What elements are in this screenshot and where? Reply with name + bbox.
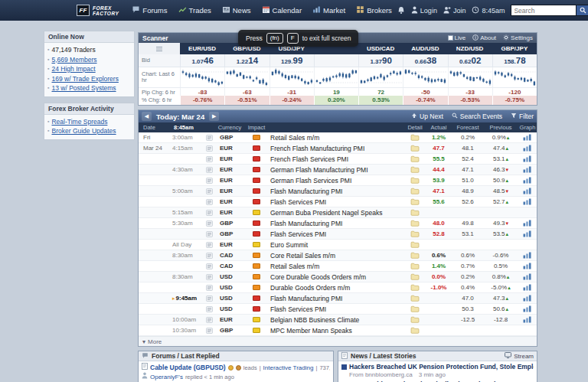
calendar-event-row[interactable]: EURFlash Services PMI55.652.652.7▴ [139,197,537,207]
event-expand-icon[interactable] [203,231,215,237]
calendar-event-row[interactable]: Mar 244:15amEURFrench Flash Manufacturin… [139,143,537,154]
calendar-event-row[interactable]: USDDurable Goods Orders m/m-1.0%0.4%-5.0… [139,282,537,293]
event-expand-icon[interactable] [203,220,215,227]
event-name[interactable]: Flash Manufacturing PMI [269,220,405,227]
sidebar-item-high-impact[interactable]: ▪24 High Impact [47,64,131,74]
column-header-current-time[interactable]: 8:45am [169,124,203,131]
event-expand-icon[interactable] [203,135,215,141]
mini-candle-chart[interactable] [270,67,314,87]
event-name[interactable]: Durable Goods Orders m/m [269,284,405,292]
sidebar-item-trade-explorers[interactable]: ▪169 w/ Trade Explorers [47,74,131,84]
event-expand-icon[interactable] [203,178,215,184]
calendar-event-row[interactable]: All DayEUREuro Summit [139,240,537,250]
event-graph-icon[interactable] [518,166,537,173]
event-expand-icon[interactable] [203,210,215,216]
calendar-event-row[interactable]: 5:00amEURFlash Manufacturing PMI47.148.9… [139,186,537,197]
event-detail-folder-icon[interactable] [405,145,425,152]
event-graph-icon[interactable] [518,284,537,291]
event-graph-icon[interactable] [518,295,537,302]
mini-candle-chart[interactable] [180,67,224,87]
thread-forum-link[interactable]: Interactive Trading [263,364,314,372]
calendar-event-row[interactable]: 8:30amCADCore Retail Sales m/m0.6%0.6%-0… [139,250,537,261]
event-detail-folder-icon[interactable] [405,155,425,162]
live-toggle[interactable]: Live [448,34,466,41]
event-expand-icon[interactable] [203,328,215,334]
event-graph-icon[interactable] [518,145,537,152]
sidebar-item-broker-guide-updates[interactable]: ▪Broker Guide Updates [47,126,131,136]
event-name[interactable]: Core Durable Goods Orders m/m [269,273,405,281]
event-name[interactable]: Euro Summit [269,241,405,249]
calendar-event-row[interactable]: 10:00amEURBelgian NBB Business Climate-1… [139,315,537,325]
event-name[interactable]: French Flash Manufacturing PMI [269,145,405,152]
reply-user-link[interactable]: OperaniyF's [150,373,183,381]
calendar-event-row[interactable]: GBPFlash Services PMI52.853.153.5▴ [139,229,537,240]
scanner-pair-name[interactable]: NZD/USD [448,43,492,54]
sidebar-item-members[interactable]: ▪5,669 Members [47,55,131,65]
event-name[interactable]: Retail Sales m/m [269,263,405,270]
event-detail-folder-icon[interactable] [405,284,425,291]
event-detail-folder-icon[interactable] [405,177,425,184]
nav-tab-news[interactable]: News [217,0,256,21]
event-detail-folder-icon[interactable] [405,209,425,216]
scanner-pair-name[interactable]: AUD/USD [403,43,447,54]
nav-tab-market[interactable]: Market [307,0,351,21]
previous-day-button[interactable]: ◀ [142,112,152,121]
sidebar-item-real-time-spreads[interactable]: ▪Real-Time Spreads [47,117,131,127]
event-name[interactable]: Core Retail Sales m/m [269,252,405,260]
event-name[interactable]: Retail Sales m/m [269,134,405,142]
news-source-link[interactable]: From bnnbloomberg.ca [349,371,413,379]
event-expand-icon[interactable] [203,242,215,248]
calendar-event-row[interactable]: 5:30amGBPFlash Manufacturing PMI48.049.8… [139,218,537,229]
event-detail-folder-icon[interactable] [405,273,425,280]
forex-factory-logo[interactable]: FF FOREXFACTORY [77,5,119,16]
event-graph-icon[interactable] [518,134,537,141]
event-graph-icon[interactable] [518,305,537,312]
mini-candle-chart[interactable] [492,67,537,87]
clock[interactable]: 8:45am [472,6,505,15]
event-graph-icon[interactable] [518,188,537,194]
event-expand-icon[interactable] [203,317,215,323]
event-graph-icon[interactable] [518,316,537,323]
scanner-pair-name[interactable]: EUR/USD [180,43,224,54]
event-graph-icon[interactable] [518,273,537,280]
event-detail-folder-icon[interactable] [405,263,425,269]
calendar-event-row[interactable]: EURFrench Flash Services PMI55.552.453.1… [139,154,537,165]
login-button[interactable]: Login [411,6,437,15]
event-detail-folder-icon[interactable] [405,220,425,227]
nav-tab-calendar[interactable]: Calendar [256,0,308,21]
event-expand-icon[interactable] [203,306,215,312]
calendar-event-row[interactable]: CADRetail Sales m/m1.4%0.7%0.5% [139,261,537,272]
event-graph-icon[interactable] [518,198,537,205]
event-name[interactable]: German Flash Manufacturing PMI [269,166,405,174]
event-name[interactable]: Flash Services PMI [269,230,405,238]
event-detail-folder-icon[interactable] [405,230,425,237]
calendar-event-row[interactable]: 10:30amGBPMPC Member Mann Speaks [139,325,537,336]
join-button[interactable]: Join [443,6,466,15]
event-name[interactable]: MPC Member Mann Speaks [269,327,405,335]
event-expand-icon[interactable] [203,167,215,173]
event-graph-icon[interactable] [518,230,537,237]
mini-candle-chart[interactable] [358,67,403,87]
event-expand-icon[interactable] [203,199,215,205]
mini-candle-chart[interactable] [403,67,447,87]
filter-button[interactable]: Filter [511,113,534,120]
event-name[interactable]: German Flash Services PMI [269,177,405,184]
event-graph-icon[interactable] [518,220,537,227]
event-name[interactable]: Flash Services PMI [269,305,405,313]
event-expand-icon[interactable] [203,263,215,269]
event-name[interactable]: Flash Services PMI [269,198,405,206]
event-expand-icon[interactable] [203,295,215,302]
mini-candle-chart[interactable] [224,67,269,87]
event-graph-icon[interactable] [518,263,537,269]
calendar-event-row[interactable]: Fri3:00amGBPRetail Sales m/m1.2%0.2%0.9%… [139,132,537,143]
thread-starter[interactable]: leads [243,364,257,372]
event-detail-folder-icon[interactable] [405,166,425,173]
sidebar-item-traders[interactable]: ▪47,149 Traders [47,45,131,55]
event-detail-folder-icon[interactable] [405,252,425,259]
event-name[interactable]: German Buba President Nagel Speaks [269,209,405,217]
mini-candle-chart[interactable] [314,67,358,87]
event-detail-folder-icon[interactable] [405,327,425,334]
settings-button[interactable]: Settings [503,34,533,42]
grip-icon[interactable] [139,43,180,54]
event-expand-icon[interactable] [203,274,215,280]
